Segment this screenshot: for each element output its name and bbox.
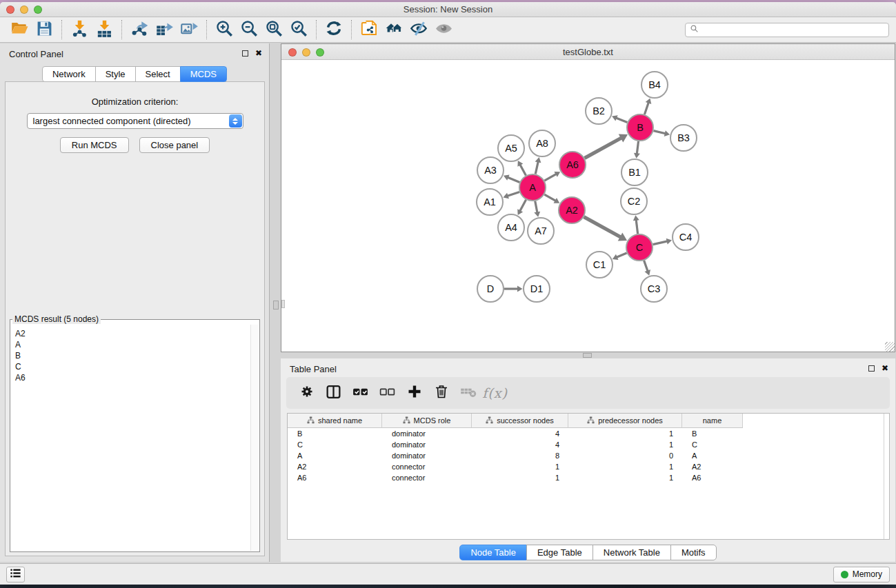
table-cell[interactable]: A bbox=[288, 452, 382, 460]
result-item[interactable]: A6 bbox=[11, 372, 250, 383]
edge-B-B2[interactable] bbox=[616, 118, 627, 123]
column-header-name[interactable]: name bbox=[682, 414, 743, 428]
edge-C-C1[interactable] bbox=[617, 253, 627, 257]
edge-A2-C[interactable] bbox=[584, 217, 621, 237]
result-item[interactable]: B bbox=[11, 350, 250, 361]
tab-select[interactable]: Select bbox=[135, 66, 181, 82]
tab-network[interactable]: Network bbox=[42, 66, 96, 82]
close-panel-icon[interactable]: ✖ bbox=[255, 49, 262, 57]
horizontal-split-handle[interactable] bbox=[583, 353, 592, 358]
table-cell[interactable]: C bbox=[288, 440, 382, 449]
export-network-button[interactable] bbox=[127, 19, 152, 41]
tab-mcds[interactable]: MCDS bbox=[180, 66, 227, 82]
table-cell[interactable]: 1 bbox=[472, 463, 568, 471]
optimization-select[interactable]: largest connected component (directed) bbox=[27, 113, 243, 129]
float-panel-icon[interactable] bbox=[242, 50, 248, 57]
table-cell[interactable]: connector bbox=[382, 463, 472, 471]
edge-C-C4[interactable] bbox=[653, 241, 668, 245]
tab-motifs[interactable]: Motifs bbox=[670, 545, 717, 560]
mcds-result-list[interactable]: A2ABCA6 bbox=[11, 328, 250, 551]
tab-node-table[interactable]: Node Table bbox=[459, 545, 527, 560]
search-input[interactable] bbox=[701, 24, 884, 35]
result-item[interactable]: C bbox=[11, 361, 250, 372]
tab-edge-table[interactable]: Edge Table bbox=[526, 545, 593, 560]
table-cell[interactable]: 1 bbox=[568, 440, 682, 449]
memory-button[interactable]: Memory bbox=[833, 567, 890, 582]
graph-node-D1[interactable]: D1 bbox=[524, 276, 550, 302]
open-file-button[interactable] bbox=[7, 19, 32, 41]
graph-node-A4[interactable]: A4 bbox=[498, 214, 524, 241]
network-minimize-button[interactable] bbox=[302, 48, 310, 57]
edge-B-B1[interactable] bbox=[637, 141, 638, 154]
delete-column-button[interactable] bbox=[430, 382, 452, 404]
table-cell[interactable]: A bbox=[682, 452, 743, 460]
edge-A-A3[interactable] bbox=[508, 177, 520, 182]
graph-node-C2[interactable]: C2 bbox=[621, 188, 647, 214]
result-scrollbar[interactable] bbox=[250, 325, 259, 551]
edge-B-B4[interactable] bbox=[644, 103, 648, 114]
zoom-window-button[interactable] bbox=[34, 6, 42, 14]
new-network-from-selection-button[interactable] bbox=[357, 19, 381, 41]
table-cell[interactable]: A6 bbox=[682, 474, 743, 482]
column-header-MCDS-role[interactable]: MCDS role bbox=[382, 414, 472, 428]
table-cell[interactable]: C bbox=[682, 440, 743, 449]
select-all-button[interactable] bbox=[349, 382, 372, 404]
network-close-button[interactable] bbox=[288, 48, 297, 57]
graph-node-A1[interactable]: A1 bbox=[477, 189, 503, 215]
table-cell[interactable]: 0 bbox=[568, 452, 682, 460]
close-panel-button[interactable]: Close panel bbox=[139, 137, 210, 153]
graph-node-A2[interactable]: A2 bbox=[559, 197, 585, 223]
deselect-all-button[interactable] bbox=[376, 382, 399, 404]
table-cell[interactable]: 4 bbox=[472, 440, 568, 449]
network-canvas[interactable]: B4B2BB3A8A5A6A3B1AC2A1A2A4A7C4CC1C3DD1 bbox=[281, 61, 895, 352]
table-cell[interactable]: A6 bbox=[288, 474, 382, 482]
refresh-button[interactable] bbox=[321, 19, 346, 41]
graph-node-B1[interactable]: B1 bbox=[621, 159, 648, 185]
table-cell[interactable]: connector bbox=[382, 474, 472, 482]
graph-node-A7[interactable]: A7 bbox=[528, 218, 554, 244]
import-network-button[interactable] bbox=[67, 19, 92, 41]
graph-node-C1[interactable]: C1 bbox=[586, 252, 613, 278]
table-cell[interactable]: A2 bbox=[682, 463, 743, 471]
table-cell[interactable]: 4 bbox=[472, 429, 568, 438]
graph-node-A3[interactable]: A3 bbox=[477, 157, 504, 183]
table-row[interactable]: Bdominator41B bbox=[288, 428, 889, 439]
table-cell[interactable]: dominator bbox=[382, 440, 472, 449]
toggle-panel-button[interactable] bbox=[322, 382, 345, 404]
run-mcds-button[interactable]: Run MCDS bbox=[60, 137, 129, 153]
column-header-successor-nodes[interactable]: successor nodes bbox=[472, 414, 568, 428]
table-cell[interactable]: 1 bbox=[568, 429, 682, 438]
add-column-button[interactable] bbox=[403, 382, 426, 404]
edge-C-C3[interactable] bbox=[644, 261, 648, 272]
table-cell[interactable]: 1 bbox=[568, 463, 682, 471]
node-table[interactable]: shared nameMCDS rolesuccessor nodesprede… bbox=[287, 413, 890, 540]
table-cell[interactable]: 1 bbox=[472, 474, 568, 482]
zoom-out-button[interactable] bbox=[237, 19, 261, 41]
task-history-button[interactable] bbox=[6, 567, 25, 582]
table-cell[interactable]: dominator bbox=[382, 452, 472, 460]
edge-A-A5[interactable] bbox=[520, 165, 526, 176]
graph-node-A5[interactable]: A5 bbox=[498, 135, 524, 161]
table-cell[interactable]: B bbox=[288, 429, 382, 438]
result-item[interactable]: A2 bbox=[11, 328, 250, 339]
table-cell[interactable]: 1 bbox=[568, 474, 682, 482]
close-window-button[interactable] bbox=[6, 6, 14, 14]
zoom-selected-button[interactable] bbox=[286, 19, 311, 41]
table-row[interactable]: Adominator80A bbox=[288, 450, 889, 461]
graph-node-D[interactable]: D bbox=[477, 276, 504, 302]
network-zoom-button[interactable] bbox=[316, 48, 324, 57]
table-cell[interactable]: 8 bbox=[472, 452, 568, 460]
hide-selected-button[interactable] bbox=[406, 19, 431, 41]
graph-node-B2[interactable]: B2 bbox=[586, 98, 612, 124]
tab-style[interactable]: Style bbox=[95, 66, 136, 82]
graph-node-B[interactable]: B bbox=[627, 114, 653, 141]
edge-A-A4[interactable] bbox=[520, 200, 526, 212]
table-row[interactable]: A2connector11A2 bbox=[288, 461, 889, 472]
edge-A-A6[interactable] bbox=[544, 174, 556, 181]
minimize-window-button[interactable] bbox=[20, 6, 28, 14]
graph-node-A6[interactable]: A6 bbox=[559, 152, 586, 178]
table-cell[interactable]: dominator bbox=[382, 429, 472, 438]
edge-A-A2[interactable] bbox=[544, 194, 555, 201]
save-session-button[interactable] bbox=[32, 19, 57, 41]
column-header-shared-name[interactable]: shared name bbox=[288, 414, 382, 428]
